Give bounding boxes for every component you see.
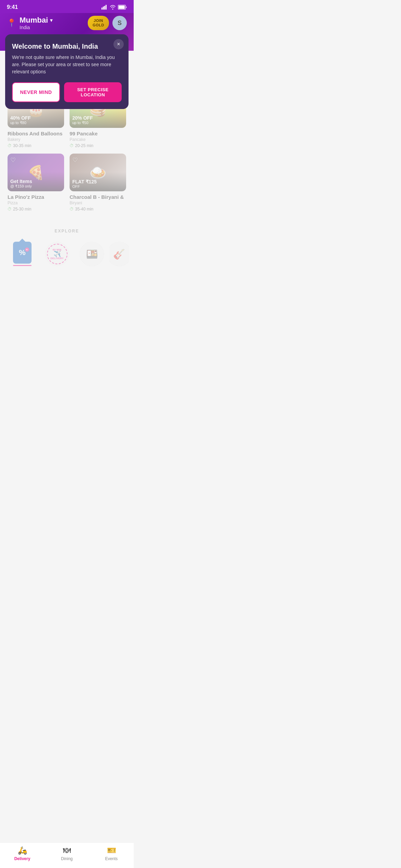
svg-rect-3 — [106, 5, 107, 10]
clock-icon-pizza: ⏱ — [8, 207, 12, 212]
status-icons — [101, 5, 127, 10]
card-name-pizza: La Pino'z Pizza — [8, 194, 64, 200]
card-name-biryani: Charcoal B - Biryani & — [70, 194, 126, 200]
svg-rect-1 — [103, 7, 104, 10]
card-name-pancake: 99 Pancake — [70, 131, 126, 136]
signal-icon — [101, 5, 108, 10]
card-time-pancake: ⏱ 20-25 min — [70, 143, 126, 148]
time-text-biryani: 35-40 min — [75, 207, 93, 212]
offer-text-pizza: Get Items — [10, 179, 61, 184]
explore-item-deals[interactable]: % ✦ — [5, 238, 40, 275]
clock-icon-biryani: ⏱ — [70, 207, 74, 212]
offer-sub-ribbons: up to ₹80 — [10, 121, 61, 125]
explore-item-food[interactable]: 🍱 — [74, 238, 109, 275]
food-icon-pizza: 🍕 — [8, 154, 64, 191]
country-label: India — [20, 25, 52, 30]
modal-close-button[interactable]: × — [113, 39, 124, 49]
location-text: Mumbai ▾ India — [20, 16, 52, 30]
card-type-pancake: Pancake — [70, 137, 126, 142]
welcome-modal: × Welcome to Mumbai, India We're not qui… — [5, 34, 129, 109]
card-offer-pancake: 20% OFF up to ₹50 — [70, 108, 126, 128]
modal-body: We're not quite sure where in Mumbai, In… — [12, 54, 122, 75]
card-type-pizza: Pizza — [8, 201, 64, 205]
battery-icon — [118, 5, 127, 10]
location-pin-icon: 📍 — [7, 19, 16, 27]
time-text-ribbons: 30-35 min — [13, 143, 31, 148]
offer-sub-pancake: up to ₹50 — [72, 121, 123, 125]
deals-sparkle: ✦ — [25, 248, 29, 252]
avatar[interactable]: S — [112, 16, 127, 30]
deals-underline — [13, 265, 32, 266]
set-precise-location-button[interactable]: SET PRECISE LOCATION — [64, 82, 122, 102]
svg-rect-2 — [104, 6, 105, 10]
city-label[interactable]: Mumbai ▾ — [20, 16, 52, 25]
page-wrapper: 9:41 📍 Mum — [0, 0, 134, 330]
more-icon: 🎸 — [113, 249, 125, 260]
never-mind-button[interactable]: NEVER MIND — [12, 82, 60, 102]
explore-item-more[interactable]: 🎸 — [109, 238, 129, 275]
status-bar: 9:41 — [0, 0, 134, 13]
wifi-icon — [110, 5, 116, 10]
deals-percent-icon: % — [19, 248, 26, 257]
join-gold-line2: GOLD — [93, 23, 104, 27]
modal-actions: NEVER MIND SET PRECISE LOCATION — [12, 82, 122, 102]
offer-text-biryani: FLAT ₹125 — [72, 179, 123, 184]
join-gold-line1: JOIN — [93, 19, 104, 23]
header-right: JOIN GOLD S — [88, 16, 127, 30]
explore-icons: % ✦ 60 MIN ✈️ DELIVERY — [0, 238, 134, 275]
card-image-biryani: 🍛 ♡ FLAT ₹125 OFF — [70, 154, 126, 191]
card-type-ribbons: Bakery — [8, 137, 64, 142]
modal-title: Welcome to Mumbai, India — [12, 43, 122, 50]
card-time-ribbons: ⏱ 30-35 min — [8, 143, 64, 148]
offer-text-pancake: 20% OFF — [72, 115, 123, 121]
card-offer-biryani: FLAT ₹125 OFF — [70, 172, 126, 191]
explore-label: EXPLORE — [0, 221, 134, 238]
clock-icon-ribbons: ⏱ — [8, 143, 12, 148]
offer-sub-biryani: OFF — [72, 184, 123, 189]
wishlist-icon-biryani[interactable]: ♡ — [72, 156, 78, 164]
card-offer-ribbons: 40% OFF up to ₹80 — [8, 108, 64, 128]
offer-text-ribbons: 40% OFF — [10, 115, 61, 121]
svg-rect-0 — [101, 8, 102, 10]
restaurant-card-biryani[interactable]: 🍛 ♡ FLAT ₹125 OFF Charcoal B - Biryani &… — [67, 151, 129, 214]
join-gold-button[interactable]: JOIN GOLD — [88, 16, 109, 30]
city-name: Mumbai — [20, 16, 48, 25]
chevron-down-icon: ▾ — [50, 17, 52, 23]
card-time-pizza: ⏱ 25-30 min — [8, 207, 64, 212]
card-offer-pizza: Get Items @ ₹159 only — [8, 172, 64, 191]
food-emoji-icon: 🍱 — [86, 249, 98, 260]
header-left: 📍 Mumbai ▾ India — [7, 16, 52, 30]
status-time: 9:41 — [7, 4, 18, 10]
svg-rect-5 — [119, 5, 125, 9]
offer-sub-pizza: @ ₹159 only — [10, 184, 61, 189]
card-image-pizza: 🍕 ♡ Get Items @ ₹159 only — [8, 154, 64, 191]
card-time-biryani: ⏱ 35-40 min — [70, 207, 126, 212]
time-text-pancake: 20-25 min — [75, 143, 93, 148]
card-name-ribbons: Ribbons And Balloons — [8, 131, 64, 136]
explore-section: EXPLORE % ✦ — [0, 221, 134, 275]
food-icon-biryani: 🍛 — [70, 154, 126, 191]
restaurant-card-pizza[interactable]: 🍕 ♡ Get Items @ ₹159 only La Pino'z Pizz… — [5, 151, 67, 214]
clock-icon-pancake: ⏱ — [70, 143, 74, 148]
card-type-biryani: Biryani — [70, 201, 126, 205]
explore-item-60min[interactable]: 60 MIN ✈️ DELIVERY — [40, 238, 75, 275]
wishlist-icon-pizza[interactable]: ♡ — [10, 156, 16, 164]
time-text-pizza: 25-30 min — [13, 207, 31, 212]
